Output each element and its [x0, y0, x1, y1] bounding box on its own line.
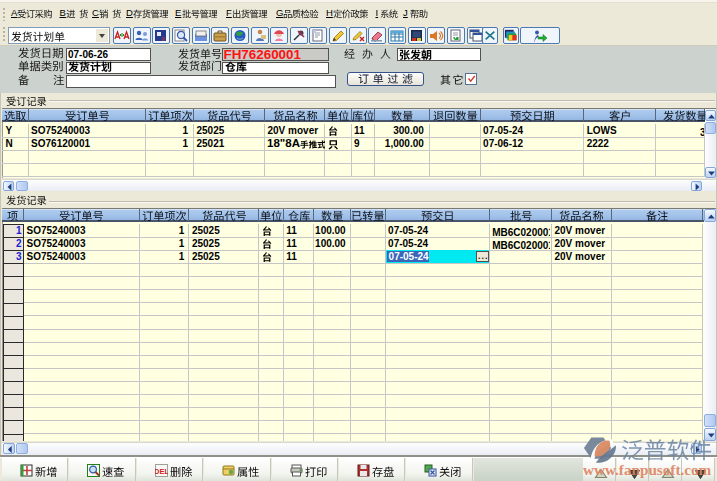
svg-text:DEL: DEL — [155, 467, 168, 476]
